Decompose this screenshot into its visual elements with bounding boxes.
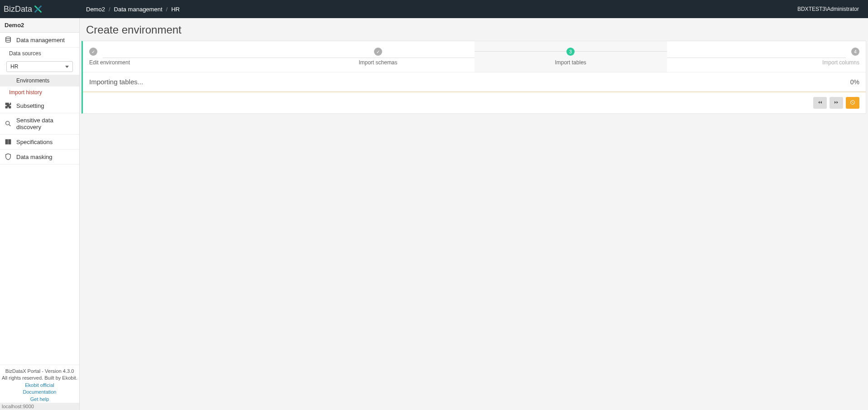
progress-bar (83, 92, 866, 92)
footer-link-docs[interactable]: Documentation (2, 389, 77, 396)
progress-percent: 0% (850, 78, 859, 86)
book-icon (5, 138, 12, 145)
wizard-step-4[interactable]: 4 Import columns (667, 48, 859, 66)
wizard-step-1[interactable]: ✓ Edit environment (89, 48, 282, 66)
logo-text: BizData (4, 5, 32, 14)
breadcrumb-item-0[interactable]: Demo2 (86, 6, 105, 13)
svg-point-0 (6, 37, 11, 39)
search-icon (5, 120, 12, 127)
sidebar-item-subsetting[interactable]: Subsetting (0, 98, 79, 113)
logo-x-icon (33, 4, 43, 14)
sidebar: Demo2 Data management Data sources HR En… (0, 18, 80, 410)
footer-rights: All rights reserved. Built by Ekobit. (2, 375, 77, 381)
sidebar-project[interactable]: Demo2 (0, 18, 79, 33)
breadcrumb-sep: / (109, 6, 110, 13)
main-content: Create environment ✓ Edit environment ✓ (80, 18, 868, 410)
cancel-icon (850, 100, 855, 106)
back-button[interactable] (813, 97, 827, 109)
svg-point-1 (6, 121, 10, 125)
sidebar-item-label: Specifications (16, 139, 53, 145)
sidebar-item-sensitive-discovery[interactable]: Sensitive data discovery (0, 113, 79, 135)
sidebar-item-label: Data masking (16, 154, 52, 160)
sidebar-item-import-history[interactable]: Import history (0, 87, 79, 98)
breadcrumb: Demo2 / Data management / HR (86, 6, 180, 13)
app-logo[interactable]: BizData (0, 0, 47, 18)
current-user[interactable]: BDXTEST3\Administrator (797, 6, 859, 12)
cancel-button[interactable] (846, 97, 859, 109)
step-label: Import tables (555, 59, 586, 66)
fast-forward-icon (834, 100, 839, 106)
footer-link-ekobit[interactable]: Ekobit official (2, 382, 77, 389)
puzzle-icon (5, 102, 12, 109)
check-icon: ✓ (374, 48, 382, 56)
progress-row: Importing tables... 0% (83, 72, 866, 92)
status-bar-url: localhost:9000 (0, 403, 79, 410)
step-number-icon: 3 (566, 48, 575, 56)
sidebar-item-specifications[interactable]: Specifications (0, 135, 79, 150)
shield-icon (5, 153, 12, 160)
breadcrumb-item-1[interactable]: Data management (114, 6, 163, 13)
step-label: Import schemas (359, 59, 397, 66)
breadcrumb-item-2[interactable]: HR (171, 6, 180, 13)
sidebar-item-data-management[interactable]: Data management (0, 33, 79, 48)
sidebar-footer: BizDataX Portal - Version 4.3.0 All righ… (0, 365, 79, 403)
sidebar-item-label: Subsetting (16, 102, 44, 109)
wizard-stepper: ✓ Edit environment ✓ Import schemas (83, 41, 866, 72)
footer-version: BizDataX Portal - Version 4.3.0 (2, 368, 77, 375)
database-icon (5, 36, 12, 43)
wizard-step-2[interactable]: ✓ Import schemas (282, 48, 474, 66)
step-label: Import columns (822, 59, 859, 66)
chevron-down-icon (65, 66, 69, 68)
step-label: Edit environment (89, 59, 130, 66)
wizard-actions (83, 92, 866, 113)
check-icon: ✓ (89, 48, 97, 56)
sidebar-item-data-masking[interactable]: Data masking (0, 150, 79, 164)
progress-label: Importing tables... (89, 78, 143, 86)
data-source-select[interactable]: HR (6, 61, 73, 72)
sidebar-label-data-sources: Data sources (0, 48, 79, 59)
page-title: Create environment (80, 24, 868, 41)
select-value: HR (10, 63, 18, 70)
wizard-panel: ✓ Edit environment ✓ Import schemas (82, 41, 866, 114)
breadcrumb-sep: / (166, 6, 168, 13)
sidebar-item-label: Data management (16, 37, 65, 43)
rewind-icon (817, 100, 823, 106)
sidebar-item-environments[interactable]: Environments (0, 75, 79, 87)
app-header: BizData Demo2 / Data management / HR BDX… (0, 0, 868, 18)
step-number-icon: 4 (851, 48, 859, 56)
wizard-step-3[interactable]: 3 Import tables (475, 41, 667, 72)
footer-link-help[interactable]: Get help (2, 396, 77, 403)
sidebar-item-label: Sensitive data discovery (16, 117, 75, 130)
forward-button[interactable] (830, 97, 843, 109)
